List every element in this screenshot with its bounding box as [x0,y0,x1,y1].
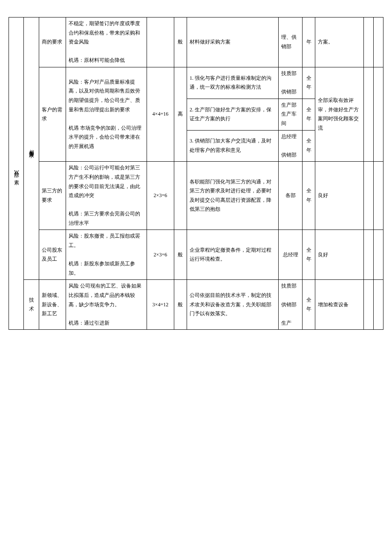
cell-level: 般 [174,280,187,330]
cell-dept: 总经理 [279,230,303,280]
cell-score: 4×4=16 [147,67,174,161]
cell-score: 3×4=12 [147,280,174,330]
group-related: 相关方要求 [24,17,39,280]
table-row: 客户的需求 风险：客户对产品质量标准提高，以及对供给周期和售后效劳的期望值提升，… [9,67,383,99]
cell-blank [364,280,374,330]
cell-remark: 全部采取有效评审，并做好生产方案同时强化顾客交流 [315,67,364,161]
cell-period: 全年 [302,99,315,130]
cell-blank [374,17,383,67]
cell-risk: 风险：股东撤资，员工报怨或罢工。 机遇：新股东参加或新员工参加。 [66,230,147,280]
cell-level: 般 [174,17,187,67]
cell-blank [374,67,383,161]
cell-blank [374,280,383,330]
cell-risk: 风险：客户对产品质量标准提高，以及对供给周期和售后效劳的期望值提升，给公司生产、… [66,67,147,161]
cell-subject: 新领域、新设备、新工艺 [39,280,66,330]
cell-risk: 风险：公司运行中可能会对第三方产生不利的影响，或是第三方的要求公司目前无法满足，… [66,162,147,230]
cell-period: 全年 [302,67,315,99]
cell-subject: 商的要求 [39,17,66,67]
cell-score [147,17,174,67]
cell-blank [364,230,374,280]
cell-dept: 总经理 供销部 [279,130,303,162]
cell-measure: 2. 生产部门做好生产方案的安排，保证生产方案的执行 [187,99,278,130]
cell-remark: 良好 [315,230,364,280]
cell-blank [374,162,383,230]
cell-subject: 客户的需求 [39,67,66,161]
cell-period: 全年 [302,280,315,330]
cell-measure: 各职能部门强化与第三方的沟通，对第三方的要求及时进行处理，必要时及时提交公司高层… [187,162,278,230]
risk-table: 外部W素 相关方要求 商的要求 不稳定，期望签订的年度或季度合约和保底价格，带来… [9,17,383,330]
cell-measure: 企业章程约定撤资条件，定期对过程运行环境检查。 [187,230,278,280]
cell-blank [364,67,374,161]
cell-period: 全年 [302,130,315,162]
cell-dept: 理、供销部 [279,17,303,67]
cell-measure: 1. 强化与客户进行质量标准制定的沟通，统一双方的标准和检测方法 [187,67,278,99]
cell-period: 全年 [302,230,315,280]
cell-dept: 技质部 供销部 生产 [279,280,303,330]
table-row: 公司股东及员工 风险：股东撤资，员工报怨或罢工。 机遇：新股东参加或新员工参加。… [9,230,383,280]
cell-risk: 风险 公司现有的工艺、设备如果比拟落后，造成产品的本钱较高，缺少市场竞争力。 机… [66,280,147,330]
cell-measure: 3. 供销部门加大客户交流沟通，及时处理客户的需求和意见 [187,130,278,162]
cell-dept: 各部 [279,162,303,230]
cell-level: 般 [174,230,187,280]
table-row: 第三方的要求 风险：公司运行中可能会对第三方产生不利的影响，或是第三方的要求公司… [9,162,383,230]
cell-level: 高 [174,67,187,161]
cell-blank [364,162,374,230]
cell-score: 2×3=6 [147,230,174,280]
cell-measure: 公司依据目前的技术水平，制定的技术攻关和设备改造方案，先关职能部门予以有效落实。 [187,280,278,330]
cell-remark: 增加检查设备 [315,280,364,330]
cell-period: 年 [302,17,315,67]
cell-subject: 第三方的要求 [39,162,66,230]
cell-risk: 不稳定，期望签订的年度或季度合约和保底价格，带来的采购和资金风险 机遇：原材料可… [66,17,147,67]
cell-remark: 良好 [315,162,364,230]
cell-dept: 技质部 供销部 [279,67,303,99]
cell-subject: 公司股东及员工 [39,230,66,280]
cell-dept: 生产部生产车间 [279,99,303,130]
cell-blank [374,230,383,280]
cell-remark: 方案。 [315,17,364,67]
cell-score: 2×3=6 [147,162,174,230]
group-tech: 技术 [24,280,39,330]
outer-category: 外部W素 [9,17,24,330]
table-row: 技术 新领域、新设备、新工艺 风险 公司现有的工艺、设备如果比拟落后，造成产品的… [9,280,383,330]
cell-blank [364,17,374,67]
cell-level [174,162,187,230]
cell-period: 全年 [302,162,315,230]
cell-measure: 材料做好采购方案 [187,17,278,67]
table-row: 外部W素 相关方要求 商的要求 不稳定，期望签订的年度或季度合约和保底价格，带来… [9,17,383,67]
